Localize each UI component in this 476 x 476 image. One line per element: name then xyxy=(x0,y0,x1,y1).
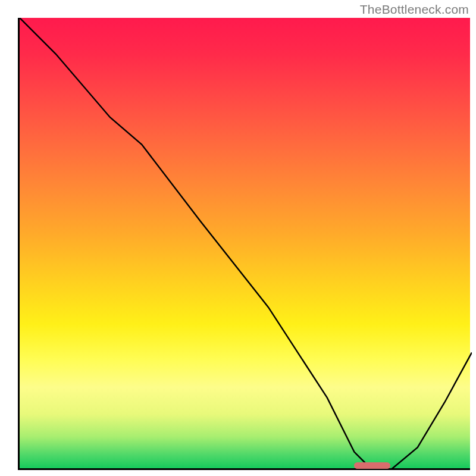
chart-curve xyxy=(20,18,472,470)
optimum-marker xyxy=(354,462,390,469)
watermark-text: TheBottleneck.com xyxy=(360,2,469,17)
chart-plot-area xyxy=(18,18,470,470)
curve-path xyxy=(20,18,472,470)
